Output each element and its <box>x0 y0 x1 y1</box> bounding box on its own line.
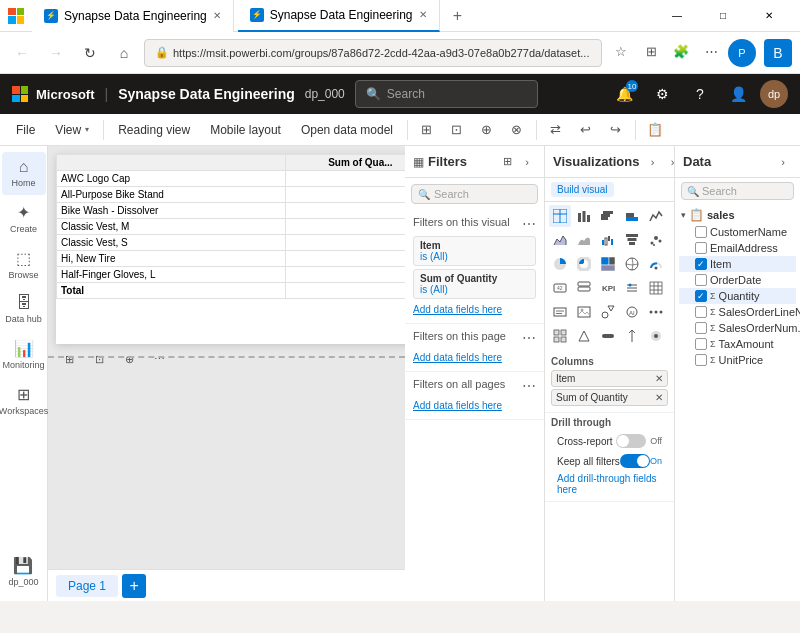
viz-line-icon[interactable] <box>645 205 667 227</box>
sidebar-item-monitoring[interactable]: 📊 Monitoring <box>2 333 46 377</box>
viz-more-icon[interactable] <box>645 301 667 323</box>
tree-child-taxamount[interactable]: Σ TaxAmount <box>679 336 796 352</box>
tree-child-salesordernum[interactable]: Σ SalesOrderNum... <box>679 320 796 336</box>
collections-icon[interactable]: ⊞ <box>638 39 664 65</box>
viz-field-quantity-remove[interactable]: ✕ <box>655 392 663 403</box>
minimize-button[interactable]: — <box>654 0 700 32</box>
checkbox-unitprice[interactable] <box>695 354 707 366</box>
toolbar-icon-4[interactable]: ⊗ <box>504 117 530 143</box>
browser-tab-2[interactable]: ⚡ Synapse Data Engineering ✕ <box>238 0 440 32</box>
ms-search-bar[interactable]: 🔍 <box>355 80 538 108</box>
filter-item-2[interactable]: Sum of Quantity is (All) <box>413 269 536 299</box>
viz-bar-icon[interactable] <box>573 205 595 227</box>
viz-stacked-icon[interactable] <box>621 205 643 227</box>
filters-expand[interactable]: ⊞ <box>498 153 516 171</box>
checkbox-quantity[interactable]: ✓ <box>695 290 707 302</box>
tree-child-quantity[interactable]: ✓ Σ Quantity <box>679 288 796 304</box>
viz-field-item-remove[interactable]: ✕ <box>655 373 663 384</box>
viz-area-icon[interactable] <box>549 229 571 251</box>
page-tab-1[interactable]: Page 1 <box>56 575 118 597</box>
viz-expand[interactable]: › <box>643 153 661 171</box>
data-search-input[interactable] <box>702 185 800 197</box>
viz-extra-2[interactable] <box>573 325 595 347</box>
cross-report-toggle[interactable] <box>616 434 646 448</box>
sidebar-item-home[interactable]: ⌂ Home <box>2 152 46 195</box>
profile-button[interactable]: P <box>728 39 756 67</box>
favorites-icon[interactable]: ☆ <box>608 39 634 65</box>
viz-column-icon[interactable] <box>597 205 619 227</box>
data-expand[interactable]: › <box>774 153 792 171</box>
viz-field-item[interactable]: Item ✕ <box>551 370 668 387</box>
copilot-button[interactable]: B <box>764 39 792 67</box>
sidebar-item-workspaces[interactable]: ⊞ Workspaces <box>2 379 46 423</box>
visual-tool-4[interactable]: ⋯ <box>146 346 172 372</box>
checkbox-salesordernum[interactable] <box>695 322 707 334</box>
tree-child-email[interactable]: EmailAddress <box>679 240 796 256</box>
tab-close-1[interactable]: ✕ <box>213 10 221 21</box>
viz-funnel-icon[interactable] <box>621 229 643 251</box>
tree-child-item[interactable]: ✓ Item <box>679 256 796 272</box>
help-icon[interactable]: ? <box>684 78 716 110</box>
toolbar-icon-2[interactable]: ⊡ <box>444 117 470 143</box>
viz-extra-1[interactable] <box>549 325 571 347</box>
keep-filters-toggle[interactable] <box>620 454 650 468</box>
url-bar[interactable]: 🔒 https://msit.powerbi.com/groups/87a86d… <box>144 39 602 67</box>
filters-visual-dots[interactable]: ⋯ <box>522 216 536 232</box>
avatar[interactable]: dp <box>760 80 788 108</box>
filters-collapse[interactable]: › <box>518 153 536 171</box>
viz-extra-4[interactable] <box>621 325 643 347</box>
sidebar-item-datahub[interactable]: 🗄 Data hub <box>2 288 46 331</box>
viz-kpi-icon[interactable]: KPI <box>597 277 619 299</box>
filters-all-dots[interactable]: ⋯ <box>522 378 536 394</box>
add-page-button[interactable]: + <box>122 574 146 598</box>
viz-ribbon-icon[interactable] <box>573 229 595 251</box>
viz-pie-icon[interactable] <box>549 253 571 275</box>
viz-map-icon[interactable] <box>621 253 643 275</box>
refresh-button[interactable]: ↻ <box>76 39 104 67</box>
visual-tool-2[interactable]: ⊡ <box>86 346 112 372</box>
filter-item-1[interactable]: Item is (All) <box>413 236 536 266</box>
toolbar-icon-1[interactable]: ⊞ <box>414 117 440 143</box>
browser-tab-1[interactable]: ⚡ Synapse Data Engineering ✕ <box>32 0 234 32</box>
visual-tool-3[interactable]: ⊕ <box>116 346 142 372</box>
filters-page-dots[interactable]: ⋯ <box>522 330 536 346</box>
checkbox-email[interactable] <box>695 242 707 254</box>
tab-build-visual[interactable]: Build visual <box>551 182 614 197</box>
viz-scatter-icon[interactable] <box>645 229 667 251</box>
more-icon[interactable]: ⋯ <box>698 39 724 65</box>
tree-parent-sales[interactable]: ▾ 📋 sales <box>679 206 796 224</box>
notification-icon[interactable]: 🔔 10 <box>608 78 640 110</box>
mobile-layout-btn[interactable]: Mobile layout <box>202 117 289 143</box>
sidebar-item-create[interactable]: ✦ Create <box>2 197 46 241</box>
tab-close-2[interactable]: ✕ <box>419 9 427 20</box>
viz-matrix-icon[interactable] <box>645 277 667 299</box>
settings-icon[interactable]: ⚙ <box>646 78 678 110</box>
home-button[interactable]: ⌂ <box>110 39 138 67</box>
checkbox-taxamount[interactable] <box>695 338 707 350</box>
viz-donut-icon[interactable] <box>573 253 595 275</box>
new-tab-button[interactable]: + <box>444 2 472 30</box>
open-data-model-btn[interactable]: Open data model <box>293 117 401 143</box>
forward-button[interactable]: → <box>42 39 70 67</box>
toolbar-icon-5[interactable]: ⇄ <box>543 117 569 143</box>
tree-child-customername[interactable]: CustomerName <box>679 224 796 240</box>
viz-table-icon[interactable] <box>549 205 571 227</box>
maximize-button[interactable]: □ <box>700 0 746 32</box>
viz-textbox-icon[interactable] <box>549 301 571 323</box>
checkbox-salesorderline[interactable] <box>695 306 707 318</box>
checkbox-customername[interactable] <box>695 226 707 238</box>
visual-tool-1[interactable]: ⊞ <box>56 346 82 372</box>
tree-child-unitprice[interactable]: Σ UnitPrice <box>679 352 796 368</box>
sidebar-dp-item[interactable]: 💾 dp_000 <box>4 551 44 591</box>
viz-ai-icon[interactable]: AI <box>621 301 643 323</box>
filters-search-bar[interactable]: 🔍 <box>411 184 538 204</box>
checkbox-item[interactable]: ✓ <box>695 258 707 270</box>
view-menu[interactable]: View ▾ <box>47 117 97 143</box>
back-button[interactable]: ← <box>8 39 36 67</box>
ms-search-input[interactable] <box>387 87 527 101</box>
visual-table-container[interactable]: Sum of Qua... AWC Logo Cap All-Purpose B… <box>56 154 405 344</box>
viz-card-icon[interactable]: 42 <box>549 277 571 299</box>
toolbar-icon-3[interactable]: ⊕ <box>474 117 500 143</box>
viz-extra-5[interactable] <box>645 325 667 347</box>
reading-view-btn[interactable]: Reading view <box>110 117 198 143</box>
